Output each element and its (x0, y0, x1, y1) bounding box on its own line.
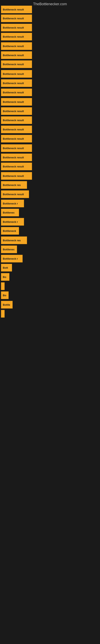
bottleneck-label-5: Bottleneck result (3, 45, 24, 48)
bottleneck-label-30: Bo (3, 276, 6, 278)
bottleneck-item-17[interactable]: Bottleneck result (1, 154, 32, 161)
bottleneck-item-8[interactable]: Bottleneck result (1, 70, 32, 78)
bottleneck-label-8: Bottleneck result (3, 72, 24, 76)
bottleneck-item-33[interactable]: Bottle (1, 301, 13, 308)
bottleneck-item-28[interactable]: Bottleneck r (1, 255, 23, 262)
bottleneck-item-24[interactable]: Bottleneck r (1, 218, 24, 226)
bottleneck-item-1[interactable]: Bottleneck result (1, 6, 32, 13)
bottleneck-item-20[interactable]: Bottleneck res (1, 181, 27, 189)
bottleneck-item-10[interactable]: Bottleneck result (1, 88, 32, 96)
bottleneck-label-10: Bottleneck result (3, 91, 24, 94)
bottleneck-label-6: Bottleneck result (3, 54, 24, 57)
bottleneck-item-16[interactable]: Bottleneck result (1, 144, 32, 152)
bottleneck-label-16: Bottleneck result (3, 147, 24, 150)
bottleneck-label-1: Bottleneck result (3, 8, 24, 11)
bottleneck-label-7: Bottleneck result (3, 63, 24, 66)
bottleneck-label-4: Bottleneck result (3, 35, 24, 38)
bottleneck-label-9: Bottleneck result (3, 82, 24, 85)
bottleneck-label-27: Bottlenec (3, 248, 15, 251)
bottleneck-item-13[interactable]: Bottleneck result (1, 116, 32, 124)
bottleneck-item-14[interactable]: Bottleneck result (1, 126, 32, 133)
bottleneck-item-6[interactable]: Bottleneck result (1, 51, 32, 59)
bottleneck-label-32: Bo (3, 294, 6, 297)
bottleneck-item-34[interactable]: B (1, 310, 4, 318)
bottleneck-item-30[interactable]: Bo (1, 273, 9, 281)
bottleneck-item-15[interactable]: Bottleneck result (1, 135, 32, 142)
bottleneck-label-19: Bottleneck result (3, 174, 24, 178)
bottleneck-label-24: Bottleneck r (3, 220, 18, 224)
bottleneck-item-19[interactable]: Bottleneck result (1, 172, 32, 180)
bottleneck-label-11: Bottleneck result (3, 100, 24, 104)
bottleneck-label-22: Bottleneck r (3, 202, 18, 205)
bottleneck-label-18: Bottleneck result (3, 165, 24, 168)
bottleneck-label-13: Bottleneck result (3, 119, 24, 122)
bottleneck-label-17: Bottleneck result (3, 156, 24, 159)
bottleneck-label-20: Bottleneck res (3, 184, 21, 186)
bottleneck-label-15: Bottleneck result (3, 137, 24, 140)
bottleneck-label-2: Bottleneck result (3, 17, 24, 20)
bottleneck-label-25: Bottleneck (3, 230, 16, 232)
bottleneck-label-23: Bottlenec (3, 211, 15, 214)
bottleneck-label-28: Bottleneck r (3, 257, 18, 260)
bottleneck-label-12: Bottleneck result (3, 110, 24, 113)
bottleneck-label-14: Bottleneck result (3, 128, 24, 131)
bottleneck-item-3[interactable]: Bottleneck result (1, 24, 32, 32)
bottleneck-item-29[interactable]: Bott (1, 264, 12, 272)
bottleneck-item-18[interactable]: Bottleneck result (1, 162, 32, 170)
bottleneck-item-23[interactable]: Bottlenec (1, 209, 19, 216)
bottleneck-label-26: Bottleneck res (3, 239, 21, 242)
bottleneck-item-27[interactable]: Bottlenec (1, 246, 17, 253)
bottleneck-item-32[interactable]: Bo (1, 292, 9, 299)
bottleneck-item-4[interactable]: Bottleneck result (1, 33, 32, 40)
bottleneck-item-5[interactable]: Bottleneck result (1, 42, 32, 50)
bottleneck-label-33: Bottle (3, 303, 10, 306)
bottleneck-item-22[interactable]: Bottleneck r (1, 200, 24, 207)
bottleneck-label-3: Bottleneck result (3, 26, 24, 29)
bottleneck-item-9[interactable]: Bottleneck result (1, 79, 32, 87)
bottleneck-label-21: Bottleneck result (3, 193, 24, 196)
bottleneck-item-7[interactable]: Bottleneck result (1, 60, 32, 68)
bottleneck-item-2[interactable]: Bottleneck result (1, 14, 32, 22)
bottleneck-item-26[interactable]: Bottleneck res (1, 236, 27, 244)
bottleneck-item-25[interactable]: Bottleneck (1, 227, 19, 235)
bottleneck-label-29: Bott (3, 266, 8, 269)
bottleneck-item-11[interactable]: Bottleneck result (1, 98, 32, 106)
bottleneck-item-12[interactable]: Bottleneck result (1, 107, 32, 115)
bottleneck-item-21[interactable]: Bottleneck result (1, 190, 29, 198)
bottleneck-item-31[interactable]: B (1, 282, 4, 290)
